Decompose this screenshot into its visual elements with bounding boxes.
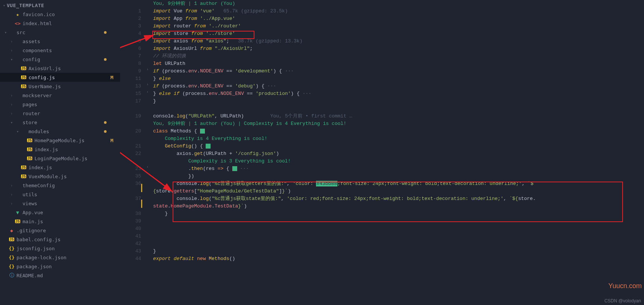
fold-gutter[interactable]: ›››› bbox=[146, 0, 153, 305]
line-number: 39 bbox=[120, 218, 141, 225]
file-tree-item[interactable]: JSHomePageModule.jsM bbox=[0, 136, 120, 145]
code-line[interactable]: import router from '../router' bbox=[153, 23, 644, 30]
fold-chevron-icon[interactable]: › bbox=[146, 90, 149, 94]
code-area[interactable]: You, 9分钟前 | 1 author (You)import Vue fro… bbox=[153, 0, 644, 305]
file-tree-item[interactable]: ⓘREADME.md bbox=[0, 271, 120, 280]
code-line[interactable]: } bbox=[153, 248, 644, 255]
chevron-right-icon: › bbox=[9, 183, 14, 188]
file-tree-item[interactable]: {}package.json bbox=[0, 262, 120, 271]
modified-badge: M bbox=[110, 138, 113, 143]
file-tree-item[interactable]: ›views bbox=[0, 199, 120, 208]
root-label: VUE_TEMPLATE bbox=[7, 3, 44, 8]
line-number-gutter: 1234567891113151719202122233536373839404… bbox=[120, 0, 146, 305]
file-tree-item[interactable]: <>index.html bbox=[0, 19, 120, 28]
code-line[interactable]: import store from '../store' bbox=[153, 30, 644, 38]
file-tree-item[interactable]: JSindex.js bbox=[0, 163, 120, 172]
line-number bbox=[120, 158, 141, 165]
file-tree-item[interactable]: ›utils bbox=[0, 190, 120, 199]
json-icon: {} bbox=[9, 246, 15, 251]
code-line[interactable]: import App from '../App.vue' bbox=[153, 15, 644, 23]
file-tree-item[interactable]: ›components bbox=[0, 46, 120, 55]
file-label: config bbox=[23, 57, 40, 62]
code-line[interactable]: state.HomePageModule.TestData}`) bbox=[153, 203, 644, 210]
code-line[interactable]: axios.get(URLPath + '/config.json') bbox=[153, 150, 644, 158]
file-tree-item[interactable]: ▾store bbox=[0, 118, 120, 127]
code-line[interactable]: console.log("URLPath", URLPath) You, 5个月… bbox=[153, 113, 644, 120]
line-number: 1 bbox=[120, 8, 141, 15]
code-editor[interactable]: 1234567891113151719202122233536373839404… bbox=[120, 0, 644, 305]
code-line[interactable] bbox=[153, 233, 644, 240]
js-icon: JS bbox=[9, 237, 15, 241]
line-number: 36 bbox=[120, 180, 141, 188]
code-line[interactable]: } bbox=[153, 98, 644, 105]
git-icon: ◆ bbox=[10, 228, 13, 233]
file-tree-item[interactable]: JSUserName.js bbox=[0, 82, 120, 91]
file-tree-item[interactable]: ▼App.vue bbox=[0, 208, 120, 217]
code-line[interactable]: Complexity is 3 Everything is cool! bbox=[153, 158, 644, 165]
vue-icon: ▼ bbox=[16, 210, 19, 215]
file-tree-item[interactable]: {}package-lock.json bbox=[0, 253, 120, 262]
file-tree-item[interactable]: ▾modules bbox=[0, 127, 120, 136]
html-icon: <> bbox=[15, 21, 21, 26]
code-line[interactable] bbox=[153, 218, 644, 225]
line-number: 4 bbox=[120, 30, 141, 38]
fold-chevron-icon[interactable]: › bbox=[146, 83, 149, 87]
fold-chevron-icon[interactable]: › bbox=[146, 165, 149, 169]
code-line[interactable]: import axios from "axios"; 38.7k (gzippe… bbox=[153, 38, 644, 45]
code-line[interactable]: } bbox=[153, 210, 644, 218]
file-tree-item[interactable]: JSbabel.config.js bbox=[0, 235, 120, 244]
code-line[interactable]: .then(res => { ··· bbox=[153, 165, 644, 173]
line-number bbox=[120, 188, 141, 195]
code-line[interactable]: }) bbox=[153, 173, 644, 180]
code-line[interactable]: You, 9分钟前 | 1 author (You) | Complexity … bbox=[153, 120, 644, 128]
file-tree-item[interactable]: ›pages bbox=[0, 100, 120, 109]
code-line[interactable]: if (process.env.NODE_ENV == 'development… bbox=[153, 68, 644, 75]
code-line[interactable]: {store.getters["HomePageModule/GetTestDa… bbox=[153, 188, 644, 195]
file-tree-item[interactable]: JSLoginPageModule.js bbox=[0, 154, 120, 163]
file-tree-item[interactable]: ›router bbox=[0, 109, 120, 118]
code-line[interactable]: // 环境的切换 bbox=[153, 53, 644, 60]
code-line[interactable]: GetConfig() { bbox=[153, 143, 644, 150]
file-explorer[interactable]: ▾ VUE_TEMPLATE ★favicon.ico<>index.html▾… bbox=[0, 0, 120, 305]
chevron-right-icon: › bbox=[9, 111, 14, 116]
code-line[interactable] bbox=[153, 240, 644, 248]
code-line[interactable]: console.log("%c普通js获取state里的值:", 'color:… bbox=[153, 195, 644, 203]
line-number: 15 bbox=[120, 90, 141, 98]
code-line[interactable]: } else bbox=[153, 75, 644, 83]
file-label: VuexModule.js bbox=[29, 174, 67, 179]
project-root[interactable]: ▾ VUE_TEMPLATE bbox=[0, 1, 120, 10]
code-line[interactable]: import AxiosUrl from "./AxiosUrl"; bbox=[153, 45, 644, 53]
code-line[interactable]: class Methods { bbox=[153, 128, 644, 135]
file-tree-item[interactable]: JSVuexModule.js bbox=[0, 172, 120, 181]
file-label: package.json bbox=[17, 264, 52, 269]
file-tree-item[interactable]: ›assets bbox=[0, 37, 120, 46]
code-line[interactable]: if (process.env.NODE_ENV == 'debug') { ·… bbox=[153, 83, 644, 90]
code-line[interactable]: let URLPath bbox=[153, 60, 644, 68]
file-tree-item[interactable]: ▾src bbox=[0, 28, 120, 37]
code-line[interactable]: Complexity is 4 Everything is cool! bbox=[153, 135, 644, 143]
line-number: 42 bbox=[120, 240, 141, 248]
modified-dot-icon bbox=[104, 58, 107, 61]
file-tree-item[interactable]: ›mockserver bbox=[0, 91, 120, 100]
file-tree-item[interactable]: JSmain.js bbox=[0, 217, 120, 226]
code-line[interactable]: import Vue from 'vue' 65.7k (gzipped: 23… bbox=[153, 8, 644, 15]
modified-dot-icon bbox=[104, 31, 107, 34]
code-line[interactable] bbox=[153, 105, 644, 113]
file-tree-item[interactable]: ◆.gitignore bbox=[0, 226, 120, 235]
fold-chevron-icon[interactable]: › bbox=[146, 68, 149, 72]
code-line[interactable]: } else if (process.env.NODE_ENV == 'prod… bbox=[153, 90, 644, 98]
code-line[interactable]: console.log("%c普通js获取getters里的值:", 'colo… bbox=[153, 180, 644, 188]
file-tree-item[interactable]: JSconfig.jsM bbox=[0, 73, 120, 82]
modified-bar bbox=[141, 200, 142, 208]
file-tree-item[interactable]: {}jsconfig.json bbox=[0, 244, 120, 253]
file-label: utils bbox=[23, 192, 37, 197]
js-icon: JS bbox=[27, 147, 33, 151]
js-icon: JS bbox=[21, 165, 27, 169]
file-tree-item[interactable]: ▾config bbox=[0, 55, 120, 64]
file-tree-item[interactable]: JSAxiosUrl.js bbox=[0, 64, 120, 73]
file-tree-item[interactable]: ›themeConfig bbox=[0, 181, 120, 190]
file-tree-item[interactable]: JSindex.js bbox=[0, 145, 120, 154]
file-tree-item[interactable]: ★favicon.ico bbox=[0, 10, 120, 19]
code-line[interactable] bbox=[153, 225, 644, 233]
code-line[interactable]: export default new Methods() bbox=[153, 255, 644, 263]
